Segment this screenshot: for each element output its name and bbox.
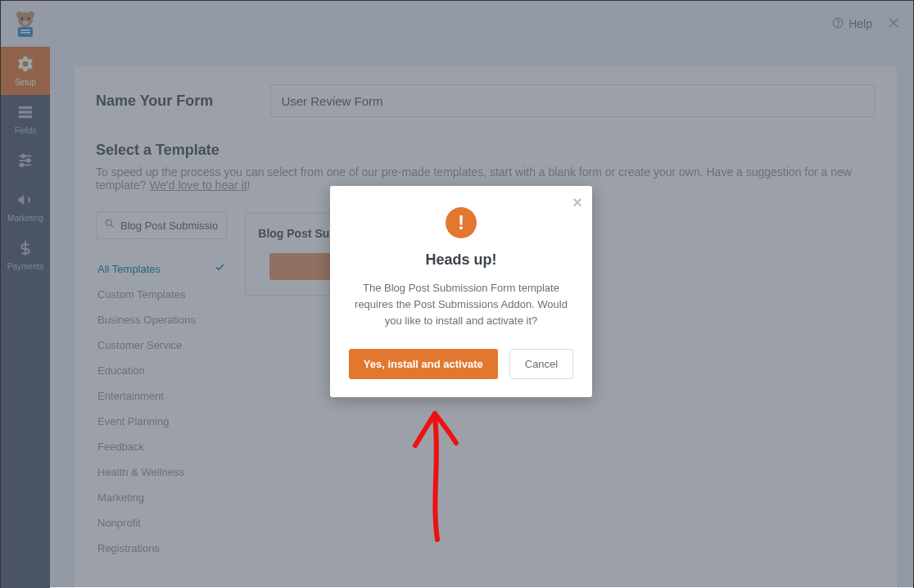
cancel-button[interactable]: Cancel [509, 349, 573, 379]
modal-title: Heads up! [348, 251, 574, 269]
modal-text: The Blog Post Submission Form template r… [348, 280, 574, 329]
modal-close-button[interactable]: × [572, 194, 582, 210]
alert-icon: ! [446, 207, 477, 238]
install-activate-button[interactable]: Yes, install and activate [349, 349, 498, 379]
install-modal: × ! Heads up! The Blog Post Submission F… [330, 186, 592, 397]
